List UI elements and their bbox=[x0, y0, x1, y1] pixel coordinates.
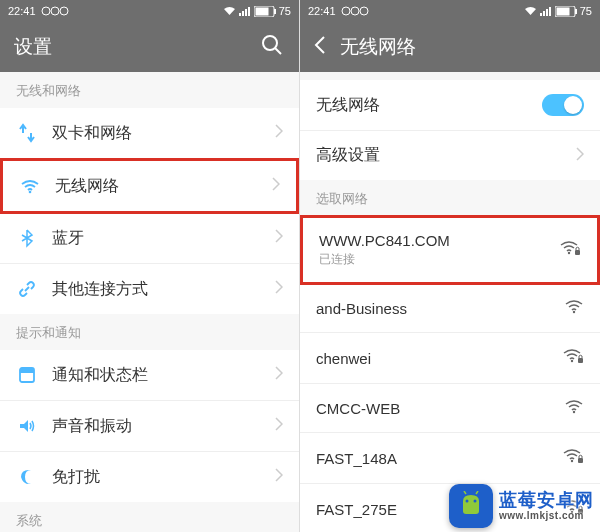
chevron-right-icon bbox=[275, 124, 283, 142]
wifi-icon bbox=[223, 6, 236, 16]
wifi-signal-icon bbox=[564, 298, 584, 318]
svg-point-29 bbox=[573, 311, 575, 313]
chevron-right-icon bbox=[576, 147, 584, 165]
svg-point-0 bbox=[42, 7, 50, 15]
page-title: 无线网络 bbox=[340, 34, 416, 60]
svg-line-11 bbox=[275, 48, 281, 54]
item-wifi[interactable]: 无线网络 bbox=[0, 158, 299, 214]
item-label: 通知和状态栏 bbox=[52, 365, 275, 386]
svg-rect-31 bbox=[578, 358, 583, 363]
svg-rect-23 bbox=[549, 7, 551, 16]
item-bluetooth[interactable]: 蓝牙 bbox=[0, 213, 299, 264]
svg-line-40 bbox=[476, 491, 478, 494]
wifi-signal-lock-icon bbox=[559, 239, 581, 261]
header: 无线网络 bbox=[300, 22, 600, 72]
ssid-label: chenwei bbox=[316, 350, 562, 367]
status-bar: 22:41 75 bbox=[300, 0, 600, 22]
chevron-right-icon bbox=[275, 417, 283, 435]
svg-rect-5 bbox=[245, 9, 247, 16]
item-label: 蓝牙 bbox=[52, 228, 275, 249]
watermark-logo-icon bbox=[449, 484, 493, 528]
moon-icon bbox=[16, 466, 38, 488]
network-item[interactable]: CMCC-WEB bbox=[300, 384, 600, 433]
chevron-right-icon bbox=[275, 229, 283, 247]
item-dnd[interactable]: 免打扰 bbox=[0, 452, 299, 502]
item-label: 其他连接方式 bbox=[52, 279, 275, 300]
section-select-network: 选取网络 bbox=[300, 180, 600, 216]
item-other-conn[interactable]: 其他连接方式 bbox=[0, 264, 299, 314]
svg-rect-34 bbox=[578, 458, 583, 463]
battery-pct: 75 bbox=[580, 5, 592, 17]
connected-sublabel: 已连接 bbox=[319, 251, 559, 268]
svg-point-17 bbox=[342, 7, 350, 15]
battery-pct: 75 bbox=[279, 5, 291, 17]
svg-rect-25 bbox=[556, 7, 569, 15]
item-dual-sim[interactable]: 双卡和网络 bbox=[0, 108, 299, 159]
svg-rect-3 bbox=[239, 13, 241, 16]
notif-icon bbox=[16, 364, 38, 386]
ssid-label: and-Business bbox=[316, 300, 564, 317]
svg-point-27 bbox=[568, 252, 570, 254]
sound-icon bbox=[16, 415, 38, 437]
chevron-right-icon bbox=[275, 366, 283, 384]
chevron-right-icon bbox=[272, 177, 280, 195]
item-label: 高级设置 bbox=[316, 145, 576, 166]
svg-rect-14 bbox=[20, 368, 34, 373]
watermark-url: www.lmkjst.com bbox=[499, 510, 594, 521]
svg-rect-26 bbox=[575, 9, 577, 14]
svg-point-10 bbox=[263, 36, 277, 50]
svg-point-37 bbox=[466, 500, 469, 503]
svg-rect-6 bbox=[248, 7, 250, 16]
svg-line-39 bbox=[464, 491, 466, 494]
settings-screen: 22:41 75 设置 无线和网络 双 bbox=[0, 0, 300, 532]
wifi-icon bbox=[524, 6, 537, 16]
svg-rect-20 bbox=[540, 13, 542, 16]
svg-point-38 bbox=[474, 500, 477, 503]
item-notif-status[interactable]: 通知和状态栏 bbox=[0, 350, 299, 401]
item-sound[interactable]: 声音和振动 bbox=[0, 401, 299, 452]
item-label: 双卡和网络 bbox=[52, 123, 275, 144]
network-item[interactable]: chenwei bbox=[300, 333, 600, 384]
watermark-cn: 蓝莓安卓网 bbox=[499, 491, 594, 511]
status-icons-left bbox=[41, 6, 69, 16]
battery-icon bbox=[555, 6, 577, 17]
wifi-toggle-row[interactable]: 无线网络 bbox=[300, 80, 600, 131]
svg-point-12 bbox=[29, 191, 32, 194]
svg-rect-22 bbox=[546, 9, 548, 16]
svg-point-1 bbox=[51, 7, 59, 15]
wifi-toggle[interactable] bbox=[542, 94, 584, 116]
status-time: 22:41 bbox=[8, 5, 36, 17]
network-item[interactable]: and-Business bbox=[300, 284, 600, 333]
svg-point-33 bbox=[571, 460, 573, 462]
item-label: 无线网络 bbox=[316, 95, 542, 116]
search-icon[interactable] bbox=[261, 34, 283, 60]
svg-point-18 bbox=[351, 7, 359, 15]
section-wireless: 无线和网络 bbox=[0, 72, 299, 108]
link-icon bbox=[16, 278, 38, 300]
item-label: 声音和振动 bbox=[52, 416, 275, 437]
wifi-icon bbox=[19, 175, 41, 197]
svg-rect-8 bbox=[255, 7, 268, 15]
network-item[interactable]: FAST_148A bbox=[300, 433, 600, 484]
svg-rect-4 bbox=[242, 11, 244, 16]
wifi-screen: 22:41 75 无线网络 无线网络 bbox=[300, 0, 600, 532]
status-icons-left bbox=[341, 6, 369, 16]
header: 设置 bbox=[0, 22, 299, 72]
watermark: 蓝莓安卓网 www.lmkjst.com bbox=[449, 484, 594, 528]
ssid-label: FAST_148A bbox=[316, 450, 562, 467]
svg-point-30 bbox=[571, 360, 573, 362]
svg-rect-28 bbox=[575, 250, 580, 255]
wifi-signal-icon bbox=[564, 398, 584, 418]
section-notif: 提示和通知 bbox=[0, 314, 299, 350]
item-advanced[interactable]: 高级设置 bbox=[300, 131, 600, 180]
status-bar: 22:41 75 bbox=[0, 0, 299, 22]
dual-sim-icon bbox=[16, 122, 38, 144]
network-connected[interactable]: WWW.PC841.COM 已连接 bbox=[300, 215, 600, 285]
page-title: 设置 bbox=[14, 34, 52, 60]
battery-icon bbox=[254, 6, 276, 17]
back-button[interactable] bbox=[314, 35, 326, 59]
status-time: 22:41 bbox=[308, 5, 336, 17]
section-system: 系统 bbox=[0, 502, 299, 532]
signal-icon bbox=[540, 6, 552, 16]
bluetooth-icon bbox=[16, 227, 38, 249]
